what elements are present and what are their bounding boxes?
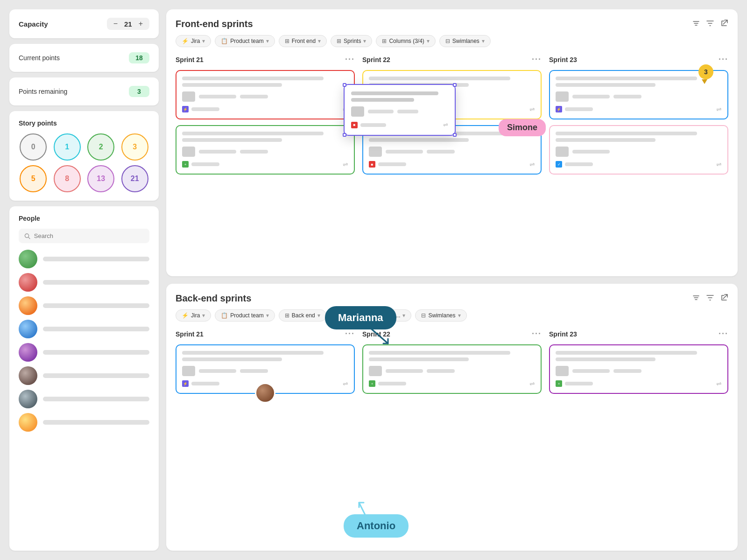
- backend-sprints-grid: Sprint 21 ··· ⚡: [176, 329, 728, 394]
- list-item[interactable]: [19, 366, 149, 385]
- point-5[interactable]: 5: [20, 165, 47, 192]
- point-1[interactable]: 1: [54, 133, 81, 161]
- filter-jira-be[interactable]: ⚡ Jira ▾: [176, 309, 211, 322]
- point-badge: 3: [698, 64, 713, 79]
- current-points-value: 18: [129, 52, 149, 63]
- sort-icon[interactable]: [692, 19, 700, 29]
- capacity-controls: − 21 +: [107, 18, 149, 30]
- list-item[interactable]: [19, 296, 149, 315]
- card-bottom: [182, 366, 348, 376]
- card-tag: [427, 150, 455, 154]
- card-content-placeholder: [369, 77, 510, 80]
- capacity-plus-button[interactable]: +: [137, 20, 145, 28]
- sprint-card[interactable]: + ⇌: [549, 344, 728, 394]
- card-footer: ■ ⇌: [369, 161, 535, 168]
- card-info: [565, 107, 593, 111]
- sprint-23-fe: Sprint 23 ···: [549, 55, 728, 175]
- avatar: [19, 343, 37, 362]
- sprint-23-fe-menu[interactable]: ···: [719, 55, 728, 64]
- sprint-card[interactable]: Simone ✓: [549, 125, 728, 175]
- sort-handle: ⇌: [529, 380, 535, 387]
- points-remaining-label: Points remaining: [19, 88, 67, 95]
- filter-sprints-fe[interactable]: ⊞ Sprints ▾: [331, 35, 372, 47]
- sprint-21-fe-menu[interactable]: ···: [345, 55, 355, 64]
- card-tag: [199, 369, 236, 373]
- card-bottom: [556, 91, 722, 102]
- list-item[interactable]: [19, 413, 149, 432]
- person-name-placeholder: [43, 303, 149, 308]
- sort-handle: ⇌: [716, 380, 722, 387]
- filter-swimlanes-be[interactable]: ⊟ Swimlanes ▾: [415, 309, 466, 322]
- list-item[interactable]: [19, 273, 149, 292]
- filter-product-team-be[interactable]: 📋 Product team ▾: [215, 309, 275, 322]
- sort-icon[interactable]: [692, 294, 700, 303]
- list-item[interactable]: [19, 250, 149, 268]
- people-search[interactable]: [19, 229, 149, 243]
- filter-icon[interactable]: [706, 294, 714, 303]
- card-tag: [386, 369, 423, 373]
- sprint-card[interactable]: ⚡ ⇌: [176, 70, 355, 119]
- card-content-placeholder: [351, 91, 438, 95]
- filter-jira-fe[interactable]: ⚡ Jira ▾: [176, 35, 211, 47]
- svg-line-1: [28, 237, 30, 238]
- export-icon[interactable]: [720, 19, 728, 29]
- point-3[interactable]: 3: [121, 133, 148, 161]
- tooltip-arrow: [702, 79, 707, 84]
- sprint-21-fe: Sprint 21 ···: [176, 55, 355, 175]
- point-8[interactable]: 8: [54, 165, 81, 192]
- people-search-input[interactable]: [34, 232, 144, 239]
- drag-handle: [343, 133, 346, 137]
- sprint-22-fe-menu[interactable]: ···: [532, 55, 542, 64]
- backend-board: Back-end sprints: [166, 284, 738, 551]
- card-footer: + ⇌: [556, 380, 722, 387]
- sort-handle: ⇌: [343, 161, 348, 168]
- point-0[interactable]: 0: [20, 133, 47, 161]
- card-content-placeholder: [182, 83, 282, 87]
- floating-drag-card[interactable]: ■ ⇌: [344, 84, 456, 136]
- filter-backend[interactable]: ⊞ Back end ▾: [279, 309, 326, 322]
- card-tag: [427, 369, 455, 373]
- point-13[interactable]: 13: [87, 165, 114, 192]
- filter-frontend[interactable]: ⊞ Front end ▾: [279, 35, 327, 47]
- story-points-title: Story points: [19, 119, 149, 127]
- sort-handle: ⇌: [716, 105, 722, 113]
- card-content-placeholder: [369, 138, 469, 142]
- avatar: [19, 320, 37, 338]
- card-content-placeholder: [556, 132, 722, 142]
- sprint-card[interactable]: ⚡ ⇌ 3: [549, 70, 728, 119]
- people-card: People: [9, 206, 159, 551]
- sprint-21-be-menu[interactable]: ···: [345, 329, 355, 339]
- person-name-placeholder: [43, 373, 149, 378]
- current-points-label: Current points: [19, 54, 60, 62]
- card-footer: ■ ⇌: [351, 121, 448, 128]
- list-item[interactable]: [19, 343, 149, 362]
- sprint-card[interactable]: ⚡ ⇌: [176, 344, 355, 394]
- list-item[interactable]: [19, 390, 149, 408]
- sprint-23-be-menu[interactable]: ···: [719, 329, 728, 339]
- list-item[interactable]: [19, 320, 149, 338]
- filter-icon[interactable]: [706, 19, 714, 29]
- filter-columns-fe[interactable]: ⊞ Columns (3/4) ▾: [376, 35, 435, 47]
- sprint-card[interactable]: + ⇌: [176, 125, 355, 175]
- card-status-icon: +: [182, 161, 189, 168]
- filter-product-team-fe-label: Product team: [230, 38, 263, 44]
- sprint-22-be-menu[interactable]: ···: [532, 329, 542, 339]
- point-2[interactable]: 2: [87, 133, 114, 161]
- capacity-minus-button[interactable]: −: [112, 20, 120, 28]
- filter-swimlanes-fe[interactable]: ⊟ Swimlanes ▾: [439, 35, 491, 47]
- filter-product-team-fe[interactable]: 📋 Product team ▾: [215, 35, 275, 47]
- sprint-card[interactable]: + ⇌: [362, 344, 542, 394]
- card-info: [378, 382, 406, 385]
- sort-handle: ⇌: [343, 380, 348, 387]
- card-footer-left: ✓: [556, 161, 593, 168]
- card-tag: [572, 150, 610, 154]
- card-status-icon: ⚡: [182, 380, 189, 387]
- card-content-placeholder: [556, 77, 697, 80]
- card-content-placeholder: [556, 351, 697, 355]
- simone-tooltip: Simone: [499, 119, 546, 136]
- export-icon[interactable]: [720, 294, 728, 303]
- point-21[interactable]: 21: [121, 165, 148, 192]
- card-content-placeholder: [182, 132, 324, 135]
- card-footer-left: +: [556, 380, 593, 387]
- points-remaining-value: 3: [129, 86, 149, 97]
